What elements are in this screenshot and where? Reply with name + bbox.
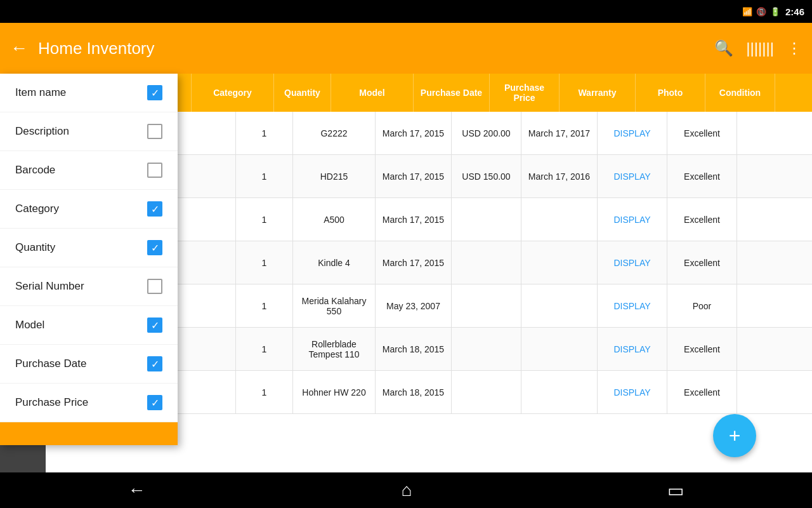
td-purchase-price [452, 241, 521, 284]
td-photo[interactable]: DISPLAY [598, 284, 667, 327]
battery-icon: 🔋 [770, 7, 780, 17]
td-quantity: 1 [236, 241, 293, 284]
app-bar: ← Home Inventory 🔍 ||||||| ⋮ [0, 23, 812, 74]
td-quantity: 1 [236, 155, 293, 197]
more-icon[interactable]: ⋮ [787, 39, 802, 57]
td-model: Merida Kalahary 550 [293, 284, 376, 327]
home-nav-button[interactable]: ⌂ [376, 475, 438, 505]
add-item-button[interactable]: + [713, 414, 756, 457]
col-selector-label: Item name [15, 86, 134, 99]
col-selector-label: Model [15, 319, 134, 331]
col-selector-checkbox[interactable] [147, 279, 162, 294]
display-link[interactable]: DISPLAY [613, 387, 650, 398]
col-selector-item[interactable]: Purchase Price [0, 384, 178, 422]
th-model: Model [331, 74, 414, 112]
col-selector-checkbox[interactable] [147, 318, 162, 333]
col-selector-label: Description [15, 125, 134, 138]
td-condition: Excellent [667, 112, 737, 154]
td-photo[interactable]: DISPLAY [598, 328, 667, 370]
td-warranty [521, 284, 598, 327]
back-nav-button[interactable]: ← [103, 475, 171, 505]
col-selector-item[interactable]: Model [0, 306, 178, 345]
td-model: G2222 [293, 112, 376, 154]
td-photo[interactable]: DISPLAY [598, 371, 667, 413]
td-warranty: March 17, 2016 [521, 155, 598, 197]
td-photo[interactable]: DISPLAY [598, 241, 667, 284]
col-selector-checkbox[interactable] [147, 163, 162, 178]
td-condition: Excellent [667, 198, 737, 241]
col-selector-item[interactable]: Quantity [0, 229, 178, 267]
td-condition: Excellent [667, 155, 737, 197]
col-selector-label: Quantity [15, 241, 134, 254]
col-selector-label: Barcode [15, 164, 134, 177]
td-warranty: March 17, 2017 [521, 112, 598, 154]
td-warranty [521, 371, 598, 413]
col-selector-item[interactable]: Item name [0, 74, 178, 112]
td-model: Hohner HW 220 [293, 371, 376, 413]
col-selector-item[interactable]: Purchase Date [0, 345, 178, 384]
td-quantity: 1 [236, 198, 293, 241]
td-purchase-date: March 17, 2015 [376, 155, 452, 197]
barcode-icon[interactable]: ||||||| [746, 39, 774, 57]
td-purchase-date: May 23, 2007 [376, 284, 452, 327]
td-purchase-price [452, 284, 521, 327]
col-selector-item[interactable]: Description [0, 112, 178, 151]
td-photo[interactable]: DISPLAY [598, 155, 667, 197]
td-warranty [521, 198, 598, 241]
td-quantity: 1 [236, 112, 293, 154]
td-model: Kindle 4 [293, 241, 376, 284]
back-button[interactable]: ← [10, 38, 28, 58]
td-purchase-date: March 18, 2015 [376, 371, 452, 413]
th-condition: Condition [705, 74, 775, 112]
td-condition: Poor [667, 284, 737, 327]
col-selector-checkbox[interactable] [147, 356, 162, 371]
td-quantity: 1 [236, 284, 293, 327]
col-selector-item[interactable]: Barcode [0, 151, 178, 190]
col-selector-item[interactable]: Serial Number [0, 267, 178, 306]
th-category: Category [192, 74, 274, 112]
td-purchase-price: USD 150.00 [452, 155, 521, 197]
th-purchase-price: Purchase Price [490, 74, 560, 112]
col-selector-item[interactable]: Category [0, 190, 178, 229]
col-selector-checkbox[interactable] [147, 124, 162, 139]
wifi-icon: 📶 [742, 7, 752, 17]
display-link[interactable]: DISPLAY [613, 344, 650, 354]
td-condition: Excellent [667, 328, 737, 370]
col-selector-checkbox[interactable] [147, 240, 162, 255]
col-selector-checkbox[interactable] [147, 85, 162, 100]
display-link[interactable]: DISPLAY [613, 301, 650, 311]
col-selector-checkbox[interactable] [147, 395, 162, 410]
td-purchase-date: March 17, 2015 [376, 241, 452, 284]
display-link[interactable]: DISPLAY [613, 128, 650, 138]
td-model: Rollerblade Tempest 110 [293, 328, 376, 370]
column-selector: Item name Description Barcode Category Q… [0, 74, 178, 445]
col-selector-label: Serial Number [15, 280, 134, 293]
signal-icon: 📵 [756, 7, 766, 17]
col-selector-checkbox[interactable] [147, 201, 162, 217]
search-icon[interactable]: 🔍 [714, 39, 733, 57]
td-purchase-price [452, 198, 521, 241]
td-warranty [521, 241, 598, 284]
app-title: Home Inventory [38, 39, 704, 58]
td-quantity: 1 [236, 371, 293, 413]
td-model: A500 [293, 198, 376, 241]
td-condition: Excellent [667, 371, 737, 413]
td-model: HD215 [293, 155, 376, 197]
td-condition: Excellent [667, 241, 737, 284]
td-purchase-price [452, 328, 521, 370]
col-selector-label: Purchase Date [15, 358, 134, 370]
td-purchase-date: March 18, 2015 [376, 328, 452, 370]
status-bar: 📶 📵 🔋 2:46 [0, 0, 812, 23]
td-photo[interactable]: DISPLAY [598, 112, 667, 154]
recents-nav-button[interactable]: ▭ [642, 475, 709, 506]
td-photo[interactable]: DISPLAY [598, 198, 667, 241]
td-purchase-date: March 17, 2015 [376, 198, 452, 241]
td-quantity: 1 [236, 328, 293, 370]
app-bar-icons: 🔍 ||||||| ⋮ [714, 39, 802, 57]
display-link[interactable]: DISPLAY [613, 215, 650, 225]
td-purchase-price [452, 371, 521, 413]
th-photo: Photo [636, 74, 705, 112]
display-link[interactable]: DISPLAY [613, 171, 650, 182]
display-link[interactable]: DISPLAY [613, 258, 650, 268]
status-icons: 📶 📵 🔋 [742, 7, 780, 17]
